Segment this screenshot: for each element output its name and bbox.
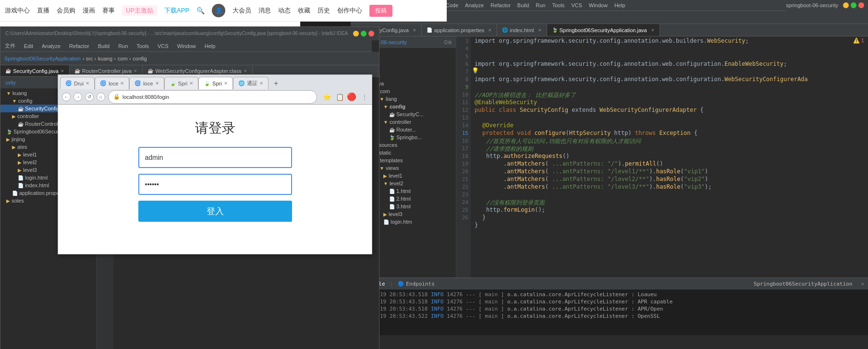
tab-label-tongzheng: 通証 [247,80,257,87]
menu-edit[interactable]: Edit [22,42,35,50]
tab-close[interactable]: ✕ [538,28,542,33]
maximize-button[interactable] [361,31,367,36]
tree-label: level1 [389,173,403,179]
extensions-icon[interactable]: 📋 [336,93,344,101]
nav-history[interactable]: 历史 [318,6,330,15]
close-button[interactable] [858,2,864,8]
nav-live[interactable]: 直播 [37,6,49,15]
login-submit-button[interactable]: 登入 [138,201,292,222]
home-button[interactable]: ⌂ [97,93,105,101]
lightbulb-icon[interactable]: 💡 [472,67,479,74]
menu-tools[interactable]: Tools [549,1,567,9]
nav-manga[interactable]: 漫画 [83,6,95,15]
tab-close-tongzheng[interactable]: ✕ [259,81,263,86]
tab-close[interactable]: ✕ [488,28,492,33]
tree-label: Springbo... [396,134,422,140]
tab-close-spri1[interactable]: ✕ [189,81,193,86]
forward-button[interactable]: → [73,93,82,101]
menu-tools[interactable]: Tools [134,42,151,50]
up-reg-btn[interactable]: 投稿 [369,5,392,17]
tab-close-web[interactable]: ✕ [244,69,247,73]
close-button[interactable] [368,31,374,36]
bookmark-icon[interactable]: ⭐ [323,93,331,101]
menu-refactor[interactable]: Refactor [488,1,513,9]
menu-window[interactable]: Window [175,42,198,50]
browser-tab-spri1[interactable]: 🍃 Spri ✕ [164,77,199,89]
terminal-endpoints-tab[interactable]: 🔵 Endpoints [398,281,435,287]
project-controls[interactable]: D⚙ [444,40,452,45]
user-avatar[interactable]: 👤 [212,4,225,17]
minimize-button[interactable] [353,31,359,36]
java-icon: ☕ [18,106,24,111]
window-controls[interactable] [353,31,374,36]
menu-dots-icon[interactable]: ⋮ [361,93,368,101]
nav-up[interactable]: UP主激励 [122,5,157,16]
tab-close-loce1[interactable]: ✕ [120,81,124,86]
add-tab-button[interactable]: + [270,78,282,89]
idea-main-window-controls[interactable] [843,2,864,8]
bilibili-header: 游戏中心 直播 会员购 漫画 赛事 UP主激励 下载APP 🔍 👤 大会员 消息… [0,0,447,22]
main-tab-springboot-app[interactable]: 🍃 Springboot06SecurityApplication.java ✕ [547,24,660,36]
tab-close[interactable]: ✕ [413,28,416,33]
main-tab-props[interactable]: 📄 application.properties ✕ [422,24,498,36]
code-line-3: import org.springframework.security.conf… [475,37,864,45]
prop-icon: 📄 [12,191,18,196]
search-icon[interactable]: 🔍 [196,7,205,14]
nav-shop[interactable]: 会员购 [57,6,75,15]
menu-build[interactable]: Build [514,1,532,9]
tab-close-spri2[interactable]: ✕ [224,81,228,86]
tree-label: jinjing [12,136,25,142]
tab-label-spri2: Spri [212,81,222,86]
menu-analyze[interactable]: Analyze [462,1,487,9]
menu-help[interactable]: Help [203,42,218,50]
nav-gaming[interactable]: 游戏中心 [5,6,30,15]
tab-icon-loce2: 🌀 [134,80,141,86]
username-input[interactable] [138,147,292,168]
browser-tab-loce2[interactable]: 🌀 loce ✕ [129,77,164,89]
back-button[interactable]: ← [62,93,71,101]
menu-run[interactable]: Run [533,1,548,9]
reload-button[interactable]: ↺ [85,93,94,101]
menu-vcs[interactable]: VCS [156,42,171,50]
browser-tab-tongzheng[interactable]: 🌐 通証 ✕ [233,77,269,89]
nav-creator[interactable]: 创作中心 [337,6,362,15]
nav-bigvip[interactable]: 大会员 [232,6,251,15]
menu-file[interactable]: 文件 [3,41,17,50]
tab-icon-spri2: 🍃 [204,80,210,86]
browser-tab-druid[interactable]: 🌀 Drui ✕ [60,77,95,89]
address-bar[interactable]: 🔒 localhost:8080/login [108,90,317,104]
tab-label-loce1: loce [109,81,118,86]
minimize-button[interactable] [843,2,849,8]
terminal-content-area: 2021-01-19 20:53:43.518 INFO 14276 --- [… [351,289,868,322]
menu-help[interactable]: Help [611,1,628,9]
menu-run[interactable]: Run [116,42,130,50]
terminal-close-x[interactable]: ✕ [861,281,864,287]
browser-tab-loce1[interactable]: 🌀 loce ✕ [95,77,129,89]
menu-build[interactable]: Build [96,42,111,50]
circle-icon[interactable]: 🔴 [347,92,356,101]
nav-dynamic[interactable]: 动态 [278,6,291,15]
tab-close-router[interactable]: ✕ [134,69,137,73]
menu-analyze[interactable]: Analyze [40,42,62,50]
tab-close-loce2[interactable]: ✕ [155,81,159,86]
nav-msg[interactable]: 消息 [258,6,271,15]
menu-refactor[interactable]: Refactor [67,42,91,50]
tree-label: 2.html [396,196,411,202]
tree-label: login.html [25,175,48,181]
idea-small-toolbar: Springboot06SecurityApplication › src › … [0,52,379,65]
menu-vcs[interactable]: VCS [568,1,585,9]
password-input[interactable] [138,174,292,195]
maximize-button[interactable] [851,2,856,8]
nav-fav[interactable]: 收藏 [298,6,310,15]
browser-tab-spri2[interactable]: 🍃 Spri ✕ [198,77,233,89]
tab-close[interactable]: ✕ [651,28,655,33]
nav-download[interactable]: 下载APP [164,6,189,15]
nav-esports[interactable]: 赛事 [102,6,115,15]
com-breadcrumb: com › [118,56,131,61]
main-tab-index[interactable]: 🌐 index.html ✕ [497,24,547,36]
menu-window[interactable]: Window [586,1,611,9]
tab-close-security[interactable]: ✕ [61,69,64,73]
tab-close-druid[interactable]: ✕ [86,81,89,86]
code-line-17: //请求授权的规则 [475,145,864,153]
code-line-6: import org.springframework.security.conf… [475,60,864,68]
